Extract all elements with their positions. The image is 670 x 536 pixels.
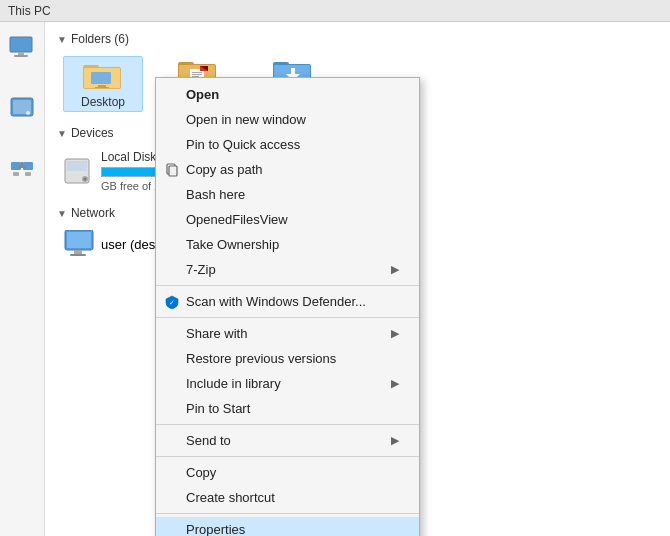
menu-item-send-to-arrow: ▶ xyxy=(391,434,399,447)
svg-rect-23 xyxy=(192,74,202,75)
drive-d-fill xyxy=(102,168,161,176)
folders-title: Folders (6) xyxy=(71,32,129,46)
svg-text:✓: ✓ xyxy=(169,299,175,306)
menu-item-copy[interactable]: Copy xyxy=(156,460,419,485)
svg-rect-0 xyxy=(10,37,32,52)
menu-item-scan-defender[interactable]: ✓ Scan with Windows Defender... xyxy=(156,289,419,314)
folder-desktop-icon xyxy=(83,59,123,91)
menu-item-pin-quick-access-label: Pin to Quick access xyxy=(186,137,300,152)
sidebar-pc-icon xyxy=(7,32,37,62)
menu-item-create-shortcut[interactable]: Create shortcut xyxy=(156,485,419,510)
network-computer-icon xyxy=(63,230,95,258)
menu-item-share-with-arrow: ▶ xyxy=(391,327,399,340)
menu-item-open-label: Open xyxy=(186,87,219,102)
context-menu: Open Open in new window Pin to Quick acc… xyxy=(155,77,420,536)
folder-desktop-label: Desktop xyxy=(81,95,125,109)
folder-desktop[interactable]: Desktop xyxy=(63,56,143,112)
menu-item-share-with[interactable]: Share with ▶ xyxy=(156,321,419,346)
svg-rect-41 xyxy=(70,254,86,256)
menu-item-copy-path[interactable]: Copy as path xyxy=(156,157,419,182)
network-chevron: ▼ xyxy=(57,208,67,219)
folders-header: ▼ Folders (6) xyxy=(53,30,662,48)
sidebar xyxy=(0,22,45,536)
menu-item-send-to-label: Send to xyxy=(186,433,231,448)
menu-item-restore-versions-label: Restore previous versions xyxy=(186,351,336,366)
separator-3 xyxy=(156,424,419,425)
menu-item-7zip-label: 7-Zip xyxy=(186,262,216,277)
menu-item-bash-here-label: Bash here xyxy=(186,187,245,202)
folders-chevron: ▼ xyxy=(57,34,67,45)
menu-item-pin-quick-access[interactable]: Pin to Quick access xyxy=(156,132,419,157)
menu-item-pin-start-label: Pin to Start xyxy=(186,401,250,416)
svg-rect-1 xyxy=(18,52,24,55)
sidebar-drive-icon xyxy=(7,92,37,122)
devices-chevron: ▼ xyxy=(57,128,67,139)
sidebar-network-icon xyxy=(7,152,37,182)
window-title: This PC xyxy=(8,4,51,18)
title-bar: This PC xyxy=(0,0,670,22)
menu-item-opened-files-view[interactable]: OpenedFilesView xyxy=(156,207,419,232)
separator-4 xyxy=(156,456,419,457)
svg-rect-16 xyxy=(98,85,106,87)
svg-rect-2 xyxy=(14,55,28,57)
menu-item-include-library-arrow: ▶ xyxy=(391,377,399,390)
menu-item-properties-label: Properties xyxy=(186,522,245,536)
menu-item-pin-start[interactable]: Pin to Start xyxy=(156,396,419,421)
menu-item-include-library-label: Include in library xyxy=(186,376,281,391)
menu-item-send-to[interactable]: Send to ▶ xyxy=(156,428,419,453)
menu-item-copy-path-label: Copy as path xyxy=(186,162,263,177)
menu-item-7zip-arrow: ▶ xyxy=(391,263,399,276)
menu-item-include-library[interactable]: Include in library ▶ xyxy=(156,371,419,396)
menu-item-share-with-label: Share with xyxy=(186,326,247,341)
svg-rect-22 xyxy=(192,72,202,73)
menu-item-create-shortcut-label: Create shortcut xyxy=(186,490,275,505)
menu-item-opened-files-view-label: OpenedFilesView xyxy=(186,212,288,227)
content-area: ▼ Folders (6) Desktop xyxy=(45,22,670,536)
menu-item-open-new-window-label: Open in new window xyxy=(186,112,306,127)
separator-5 xyxy=(156,513,419,514)
menu-item-bash-here[interactable]: Bash here xyxy=(156,182,419,207)
devices-title: Devices xyxy=(71,126,114,140)
svg-rect-40 xyxy=(74,250,82,254)
shield-icon: ✓ xyxy=(162,295,182,309)
main-area: ▼ Folders (6) Desktop xyxy=(0,22,670,536)
svg-rect-33 xyxy=(67,161,87,171)
copy-path-icon xyxy=(162,163,182,177)
network-title: Network xyxy=(71,206,115,220)
svg-rect-8 xyxy=(13,172,19,176)
separator-2 xyxy=(156,317,419,318)
svg-rect-15 xyxy=(91,72,111,84)
menu-item-copy-label: Copy xyxy=(186,465,216,480)
svg-rect-39 xyxy=(67,232,91,248)
svg-rect-11 xyxy=(21,162,23,168)
menu-item-take-ownership[interactable]: Take Ownership xyxy=(156,232,419,257)
menu-item-properties[interactable]: Properties xyxy=(156,517,419,536)
menu-item-scan-defender-label: Scan with Windows Defender... xyxy=(186,294,366,309)
menu-item-open[interactable]: Open xyxy=(156,82,419,107)
menu-item-restore-versions[interactable]: Restore previous versions xyxy=(156,346,419,371)
svg-rect-43 xyxy=(169,166,177,176)
separator-1 xyxy=(156,285,419,286)
menu-item-take-ownership-label: Take Ownership xyxy=(186,237,279,252)
svg-point-5 xyxy=(26,111,30,115)
menu-item-7zip[interactable]: 7-Zip ▶ xyxy=(156,257,419,282)
svg-rect-9 xyxy=(25,172,31,176)
drive-d-icon xyxy=(63,155,95,187)
menu-item-open-new-window[interactable]: Open in new window xyxy=(156,107,419,132)
svg-rect-17 xyxy=(95,87,109,88)
svg-point-35 xyxy=(84,178,87,181)
